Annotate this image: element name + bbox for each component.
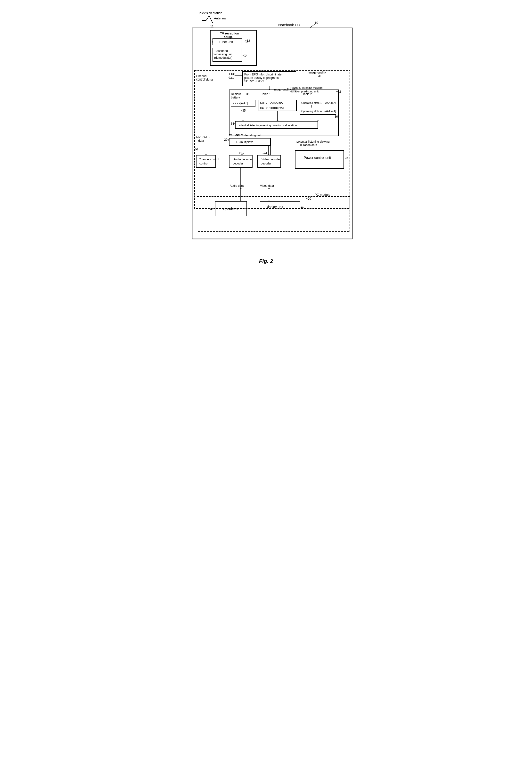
speakers-label: Speakers	[223, 207, 237, 211]
svg-rect-48	[229, 155, 252, 167]
ref-20: ~20	[306, 197, 311, 200]
video-decoder-label: Video decoder	[261, 158, 280, 161]
calc-label: potential listening-viewing duration cal…	[238, 124, 297, 127]
svg-text:decoder: decoder	[261, 162, 271, 165]
table1-line1: SDTV→AAAA[mA]	[260, 101, 284, 104]
svg-rect-72	[197, 196, 350, 232]
plv-label-line1: Potential listening-viewing	[291, 86, 323, 89]
table1-line2: HDTV→BBBB[mA]	[260, 106, 284, 109]
page: Antenna Television station 11 Notebook P…	[181, 5, 351, 269]
ref-34: 34~	[231, 122, 235, 125]
ref-21: 21	[229, 134, 232, 137]
svg-text:SDTV?  HDTV?: SDTV? HDTV?	[244, 80, 264, 83]
plv-duration-data-line2: duration data	[300, 143, 317, 147]
svg-marker-69	[240, 188, 241, 189]
ref-36: 36	[335, 115, 338, 118]
figure-caption: Fig. 2	[186, 258, 346, 264]
baseband-label: Baseband	[215, 49, 228, 53]
table2-label: Table 2	[303, 92, 312, 96]
svg-line-6	[310, 24, 315, 28]
svg-rect-17	[194, 70, 350, 209]
ref-24: ~24	[262, 152, 267, 155]
svg-text:battery: battery	[231, 96, 240, 99]
image-quality-label: image-quality	[309, 71, 326, 74]
ref-22: 22~	[224, 138, 229, 141]
table2-line1: Operating state 1 →AAA[mA]	[301, 101, 336, 104]
diagram-area: Antenna Television station 11 Notebook P…	[186, 10, 346, 264]
pc-module-label: PC module	[315, 193, 330, 196]
ts-mux-label: TS multiplexe	[236, 140, 253, 144]
tv-reception-label: TV reception	[220, 32, 239, 35]
tv-station-label: Television station	[198, 11, 222, 15]
ref-23: 23~	[239, 152, 244, 155]
table1-label: Table 1	[261, 92, 271, 96]
image-quality-ref: ~31	[317, 74, 322, 78]
tuner-ref: ~13	[242, 40, 248, 44]
display-label: Display unit	[265, 205, 283, 209]
svg-rect-27	[229, 90, 339, 136]
mpeg-data-label: MPEG-TS	[196, 136, 209, 139]
xxxx-label: XXXX[mAh]	[232, 102, 248, 105]
svg-rect-59	[196, 155, 216, 167]
diagram-svg: Antenna Television station 11 Notebook P…	[186, 10, 346, 253]
mpeg-decoding-label: MPEG decoding unit	[234, 134, 261, 137]
audio-decoder-label: Audio decoder	[233, 158, 252, 161]
epg-box-line1: From EPG info., discriminate	[244, 73, 282, 76]
svg-text:picture quality of programs: picture quality of programs	[244, 76, 279, 80]
svg-text:⋮: ⋮	[310, 105, 313, 108]
baseband-ref: ~14	[242, 54, 248, 57]
channel-control-signal: Channel	[196, 74, 207, 78]
ref-35a: 35	[246, 92, 249, 96]
residual-battery-label: Residual	[231, 92, 242, 96]
svg-rect-50	[257, 155, 281, 167]
svg-text:decoder: decoder	[232, 162, 243, 165]
antenna-label: Antenna	[214, 16, 226, 20]
video-data-label: Video data	[260, 184, 274, 187]
notebook-pc-label: Notebook PC	[278, 23, 300, 27]
plv-duration-data-line1: potential listening-viewing	[297, 140, 330, 143]
ref-42: ~42	[300, 205, 305, 209]
power-control-label: Power control unit	[304, 156, 331, 160]
svg-line-4	[209, 16, 213, 23]
svg-text:control: control	[199, 162, 208, 165]
svg-text:(demodulator): (demodulator)	[214, 56, 232, 59]
svg-text:control signal: control signal	[196, 78, 213, 81]
svg-text:data: data	[198, 139, 204, 142]
svg-marker-71	[268, 188, 270, 189]
svg-line-2	[206, 16, 209, 20]
audio-data-label: Audio data	[230, 184, 244, 187]
tuner-label: Tuner unit	[219, 40, 233, 44]
epg-data-label: EPG	[229, 72, 235, 76]
svg-text:processing unit: processing unit	[213, 53, 232, 56]
table2-line2: Operating state n →AAA[mA]	[301, 110, 336, 113]
notebook-pc-ref: 10	[315, 21, 318, 24]
channel-control-label: Channel control	[199, 158, 219, 161]
svg-text:data: data	[228, 76, 234, 79]
ref-41: 41	[210, 207, 214, 211]
ref-37: ~37	[343, 156, 348, 160]
